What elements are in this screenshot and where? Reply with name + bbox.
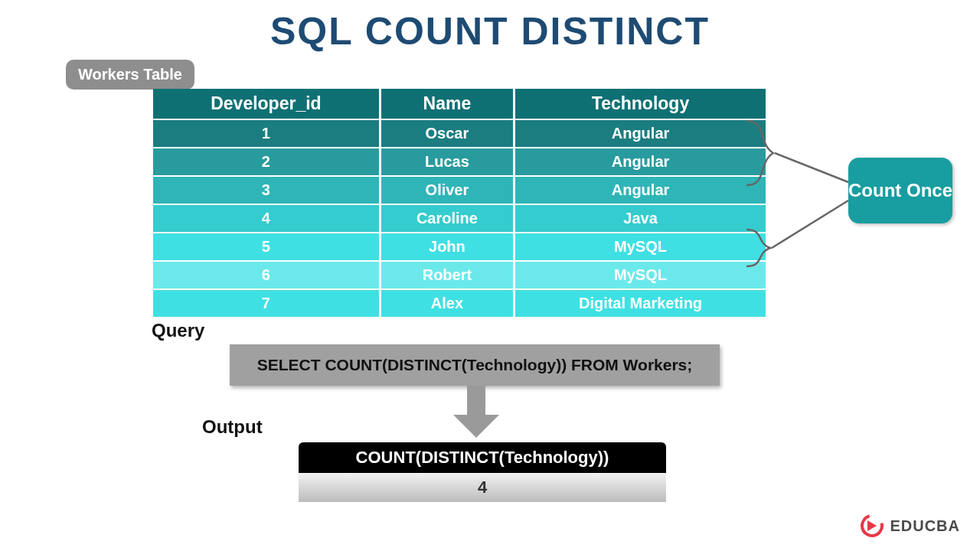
col-technology: Technology [514,89,766,119]
count-once-callout: Count Once [848,158,952,223]
table-row: 2 Lucas Angular [153,148,766,176]
brand-text: EDUCBA [890,517,960,535]
play-circle-icon [861,514,884,537]
cell-name: Lucas [380,148,514,176]
output-label: Output [202,416,263,438]
arrow-down-icon [453,386,499,441]
page-title: SQL COUNT DISTINCT [0,0,980,54]
cell-name: Caroline [380,204,514,233]
cell-name: John [380,233,514,261]
workers-table-label: Workers Table [66,60,194,90]
cell-name: Oscar [380,119,514,148]
svg-line-0 [775,153,848,182]
cell-tech: Java [514,204,766,233]
cell-id: 1 [153,119,380,148]
cell-id: 5 [153,233,380,261]
cell-tech: MySQL [514,233,766,261]
cell-id: 4 [153,204,380,233]
svg-line-1 [772,201,848,248]
table-row: 5 John MySQL [153,233,766,261]
table-row: 6 Robert MySQL [153,261,766,289]
cell-tech: Angular [514,176,766,204]
cell-id: 7 [153,289,380,317]
cell-tech: Digital Marketing [514,289,766,317]
table-row: 3 Oliver Angular [153,176,766,204]
cell-name: Alex [380,289,514,317]
brand-logo: EDUCBA [861,514,960,537]
cell-tech: Angular [514,148,766,176]
cell-id: 3 [153,176,380,204]
cell-name: Oliver [380,176,514,204]
workers-table: Developer_id Name Technology 1 Oscar Ang… [153,89,766,317]
col-name: Name [380,89,514,119]
query-label: Query [152,320,204,341]
output-value: 4 [299,473,666,502]
table-row: 1 Oscar Angular [153,119,766,148]
cell-id: 2 [153,148,380,176]
output-header: COUNT(DISTINCT(Technology)) [299,442,666,473]
cell-tech: MySQL [514,261,766,289]
cell-id: 6 [153,261,380,289]
table-row: 4 Caroline Java [153,204,766,233]
table-row: 7 Alex Digital Marketing [153,289,766,317]
cell-name: Robert [380,261,514,289]
query-box: SELECT COUNT(DISTINCT(Technology)) FROM … [230,344,720,386]
col-developer-id: Developer_id [153,89,380,119]
cell-tech: Angular [514,119,766,148]
